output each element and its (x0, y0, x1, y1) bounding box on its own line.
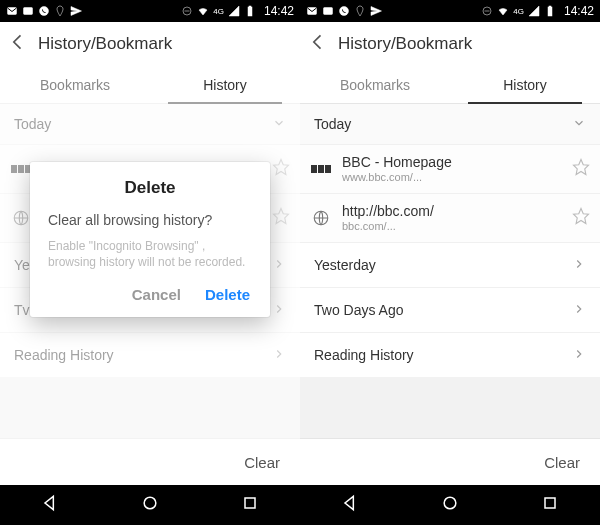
chevron-right-icon (572, 302, 586, 319)
svg-rect-25 (545, 498, 555, 508)
dialog-hint: Enable "Incognito Browsing" , browsing h… (48, 238, 252, 270)
location-icon (354, 5, 366, 17)
battery-icon (544, 5, 556, 17)
section-label: Yesterday (314, 257, 376, 273)
svg-rect-14 (324, 8, 333, 15)
dialog-title: Delete (48, 178, 252, 198)
section-label: Two Days Ago (314, 302, 404, 318)
history-item[interactable]: http://bbc.com/ bbc.com/... (300, 193, 600, 242)
clock: 14:42 (564, 4, 594, 18)
app-bar: History/Bookmark (300, 22, 600, 67)
footer-bar: Clear (0, 438, 300, 485)
page-title: History/Bookmark (38, 34, 172, 54)
app-bar: History/Bookmark (0, 22, 300, 67)
tab-history[interactable]: History (150, 67, 300, 103)
tabs: Bookmarks History (300, 67, 600, 104)
gmail-icon (6, 5, 18, 17)
svg-marker-20 (574, 160, 589, 175)
delete-dialog: Delete Clear all browsing history? Enabl… (30, 162, 270, 317)
clock: 14:42 (264, 4, 294, 18)
nav-home-icon[interactable] (440, 493, 460, 517)
svg-rect-19 (549, 6, 551, 7)
svg-marker-10 (45, 496, 53, 509)
section-yesterday[interactable]: Yesterday (300, 242, 600, 287)
svg-point-15 (340, 7, 349, 16)
svg-marker-22 (574, 209, 589, 224)
empty-area (300, 377, 600, 438)
section-today[interactable]: Today (300, 104, 600, 144)
battery-icon (244, 5, 256, 17)
dnd-icon (481, 5, 493, 17)
android-nav-bar (0, 485, 300, 525)
gmail-icon (306, 5, 318, 17)
signal-icon (528, 5, 540, 17)
footer-bar: Clear (300, 438, 600, 485)
tab-history[interactable]: History (450, 67, 600, 103)
item-title: BBC - Homepage (342, 154, 562, 171)
svg-rect-12 (245, 498, 255, 508)
chevron-down-icon (572, 116, 586, 133)
svg-point-24 (444, 497, 456, 509)
image-icon (322, 5, 334, 17)
section-reading-history[interactable]: Reading History (300, 332, 600, 377)
network-label: 4G (213, 7, 224, 16)
nav-recent-icon[interactable] (240, 493, 260, 517)
send-icon (70, 5, 82, 17)
back-icon[interactable] (308, 32, 328, 56)
signal-icon (228, 5, 240, 17)
status-bar: 4G 14:42 (300, 0, 600, 22)
nav-back-icon[interactable] (40, 493, 60, 517)
dialog-cancel-button[interactable]: Cancel (132, 286, 181, 303)
chevron-right-icon (572, 257, 586, 274)
back-icon[interactable] (8, 32, 28, 56)
star-icon[interactable] (572, 207, 590, 229)
whatsapp-icon (338, 5, 350, 17)
section-label: Today (314, 116, 351, 132)
dialog-message: Clear all browsing history? (48, 212, 252, 228)
svg-marker-23 (345, 496, 353, 509)
wifi-icon (197, 5, 209, 17)
item-subtitle: bbc.com/... (342, 220, 562, 233)
svg-rect-6 (249, 6, 251, 7)
status-bar: 4G 14:42 (0, 0, 300, 22)
section-label: Reading History (314, 347, 414, 363)
whatsapp-icon (38, 5, 50, 17)
tab-bookmarks[interactable]: Bookmarks (0, 67, 150, 103)
location-icon (54, 5, 66, 17)
clear-button[interactable]: Clear (244, 454, 280, 471)
send-icon (370, 5, 382, 17)
svg-point-11 (144, 497, 156, 509)
svg-rect-18 (548, 7, 552, 16)
nav-back-icon[interactable] (340, 493, 360, 517)
section-two-days-ago[interactable]: Two Days Ago (300, 287, 600, 332)
globe-icon (310, 207, 332, 229)
android-nav-bar (300, 485, 600, 525)
svg-rect-5 (248, 7, 252, 16)
wifi-icon (497, 5, 509, 17)
history-item[interactable]: BBC - Homepage www.bbc.com/... (300, 144, 600, 193)
nav-recent-icon[interactable] (540, 493, 560, 517)
svg-rect-1 (24, 8, 33, 15)
bbc-favicon (310, 158, 332, 180)
svg-point-2 (40, 7, 49, 16)
tab-bookmarks[interactable]: Bookmarks (300, 67, 450, 103)
dnd-icon (181, 5, 193, 17)
image-icon (22, 5, 34, 17)
page-title: History/Bookmark (338, 34, 472, 54)
chevron-right-icon (572, 347, 586, 364)
network-label: 4G (513, 7, 524, 16)
clear-button[interactable]: Clear (544, 454, 580, 471)
star-icon[interactable] (572, 158, 590, 180)
item-subtitle: www.bbc.com/... (342, 171, 562, 184)
dialog-delete-button[interactable]: Delete (205, 286, 250, 303)
tabs: Bookmarks History (0, 67, 300, 104)
item-title: http://bbc.com/ (342, 203, 562, 220)
nav-home-icon[interactable] (140, 493, 160, 517)
